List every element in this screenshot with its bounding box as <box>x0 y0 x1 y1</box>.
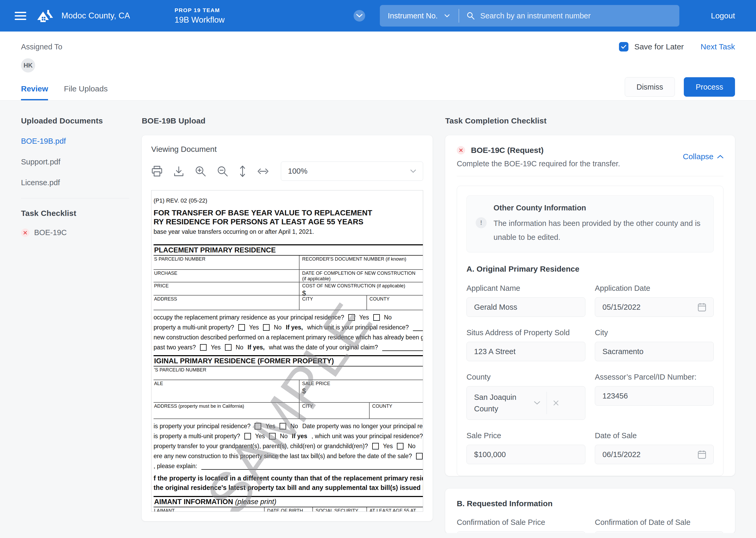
pdf-document-page[interactable]: SAMPLE (P1) REV. 02 (05-22) FOR TRANSFER… <box>151 190 423 512</box>
menu-icon[interactable] <box>15 12 26 20</box>
confirmation-sale-price-input[interactable] <box>457 531 586 533</box>
calendar-icon[interactable] <box>698 450 706 459</box>
city-label: City <box>595 328 714 337</box>
pdf-cell-label: ADDRESS <box>154 296 299 310</box>
pdf-note-line1: f the property is located in a different… <box>154 473 423 483</box>
application-date-field: Application Date 05/15/2022 <box>595 284 714 317</box>
pdf-cell-label: SALE PRICE <box>302 381 330 386</box>
collapse-toggle[interactable]: Collapse <box>683 152 724 161</box>
search-input[interactable] <box>480 12 672 20</box>
county-title: Modoc County, CA <box>62 11 130 21</box>
confirmation-date-of-sale-field: Confirmation of Date of Sale <box>595 518 724 533</box>
task-item-label: BOE-19C <box>34 228 67 237</box>
pdf-question: , please explain: <box>154 462 197 470</box>
pdf-section1-header: PLACEMENT PRIMARY RESIDENCE <box>154 244 423 256</box>
pdf-checkbox <box>348 314 355 321</box>
document-item[interactable]: Support.pdf <box>21 158 129 166</box>
pdf-checkbox <box>373 314 380 321</box>
pdf-cell-label: COUNTY <box>369 403 423 418</box>
city-input[interactable]: Sacramento <box>595 342 714 361</box>
application-date-input[interactable]: 05/15/2022 <box>595 297 714 317</box>
confirmation-sale-price-field: Confirmation of Sale Price <box>457 518 586 533</box>
pdf-question: is property a multi-unit property? <box>154 433 240 440</box>
pdf-title-line2: RY RESIDENCE FOR PERSONS AT LEAST AGE 55… <box>154 217 423 226</box>
search-category-dropdown[interactable]: Instrument No. <box>388 12 450 20</box>
county-value: San Joaquin County <box>474 392 527 414</box>
next-task-link[interactable]: Next Task <box>701 42 735 51</box>
save-for-later-checkbox[interactable]: Save for Later <box>619 42 684 51</box>
pdf-cell-label: ALE <box>154 380 299 402</box>
chevron-up-icon <box>717 155 724 158</box>
dismiss-button[interactable]: Dismiss <box>625 77 675 97</box>
fit-vertical-icon[interactable] <box>239 165 246 177</box>
situs-address-input[interactable]: 123 A Street <box>466 342 586 361</box>
applicant-name-label: Applicant Name <box>466 284 586 293</box>
confirmation-date-of-sale-label: Confirmation of Date of Sale <box>595 518 724 527</box>
confirmation-date-of-sale-input[interactable] <box>595 531 724 533</box>
pdf-cell-label: DATE OF COMPLETION OF NEW CONSTRUCTION (… <box>299 270 423 282</box>
county-logo-icon <box>37 9 54 23</box>
request-card-title: BOE-19C (Request) <box>471 146 543 155</box>
pdf-cell-label: CITY <box>299 403 369 418</box>
situs-address-field: Situs Address of Property Sold 123 A Str… <box>466 328 586 361</box>
pdf-rev-line: (P1) REV. 02 (05-22) <box>154 197 423 204</box>
pdf-cell-label: ADDRESS (property must be in California) <box>154 403 299 418</box>
pdf-cell-label: PRICE <box>154 282 299 295</box>
fit-horizontal-icon[interactable] <box>257 167 269 175</box>
apn-label: Assessor’s Parcel/ID Number: <box>595 373 714 381</box>
pdf-question: past two years? <box>154 344 196 351</box>
task-checklist-title: Task Checklist <box>21 209 129 218</box>
workflow-switcher[interactable]: PROP 19 TEAM 19B Workflow <box>174 7 225 25</box>
team-label: PROP 19 TEAM <box>174 7 225 13</box>
tab-file-uploads[interactable]: File Uploads <box>64 84 108 100</box>
card-divider <box>457 176 724 176</box>
zoom-out-icon[interactable] <box>217 166 228 177</box>
date-of-sale-field: Date of Sale 06/15/2022 <box>595 431 714 464</box>
workflow-title: 19B Workflow <box>174 15 225 25</box>
date-of-sale-input[interactable]: 06/15/2022 <box>595 445 714 464</box>
county-field: County San Joaquin County <box>466 373 586 420</box>
incomplete-x-icon <box>457 146 465 154</box>
download-icon[interactable] <box>173 166 184 177</box>
search-category-label: Instrument No. <box>388 12 438 20</box>
pdf-question: ere any new construction to this propert… <box>154 453 412 460</box>
process-button[interactable]: Process <box>684 77 735 97</box>
incomplete-x-icon <box>21 229 29 237</box>
viewer-section-title: BOE-19B Upload <box>142 116 433 125</box>
pdf-intro: base year value transfers occurring on o… <box>154 228 423 235</box>
chevron-down-icon[interactable] <box>534 401 540 405</box>
zoom-in-icon[interactable] <box>195 166 206 177</box>
county-select[interactable]: San Joaquin County <box>466 386 586 420</box>
clear-x-icon[interactable] <box>553 400 559 406</box>
checklist-column: Task Completion Checklist BOE-19C (Reque… <box>445 116 735 533</box>
task-checklist-item[interactable]: BOE-19C <box>21 228 129 237</box>
collapse-label: Collapse <box>683 152 714 161</box>
select-divider <box>546 392 547 414</box>
pdf-cell-label: LAIMANT <box>154 507 264 512</box>
pdf-cell-label: RECORDER'S DOCUMENT NUMBER (if known) <box>299 256 423 269</box>
zoom-level-select[interactable]: 100% <box>281 162 423 181</box>
applicant-name-input[interactable]: Gerald Moss <box>466 297 586 317</box>
sale-price-input[interactable]: $100,000 <box>466 445 586 464</box>
tab-review[interactable]: Review <box>21 84 48 100</box>
uploaded-documents-title: Uploaded Documents <box>21 116 129 125</box>
requested-information-card: B. Requested Information Confirmation of… <box>445 489 735 533</box>
checkbox-checked-icon[interactable] <box>619 42 629 51</box>
pdf-cell-label: SOCIAL SECURITY NUMBER <box>312 507 366 512</box>
avatar[interactable]: HK <box>21 58 35 73</box>
task-header: Assigned To Save for Later Next Task HK … <box>0 31 756 101</box>
pdf-section3-header: AIMANT INFORMATION (please print) <box>154 496 423 507</box>
logout-button[interactable]: Logout <box>711 11 735 20</box>
pdf-cell-label: CITY <box>299 296 366 310</box>
apn-input[interactable]: 123456 <box>595 386 714 405</box>
pdf-cell-label: URCHASE <box>154 270 299 282</box>
viewing-document-title: Viewing Document <box>151 145 423 154</box>
document-item[interactable]: BOE-19B.pdf <box>21 137 129 145</box>
print-icon[interactable] <box>151 166 163 177</box>
pdf-title-line1: FOR TRANSFER OF BASE YEAR VALUE TO REPLA… <box>154 208 423 217</box>
documents-sidebar: Uploaded Documents BOE-19B.pdf Support.p… <box>21 116 129 237</box>
pdf-cell-label: COUNTY <box>366 296 423 310</box>
document-item[interactable]: License.pdf <box>21 178 129 187</box>
workflow-chevron-down-icon[interactable] <box>354 10 365 22</box>
calendar-icon[interactable] <box>698 303 706 311</box>
